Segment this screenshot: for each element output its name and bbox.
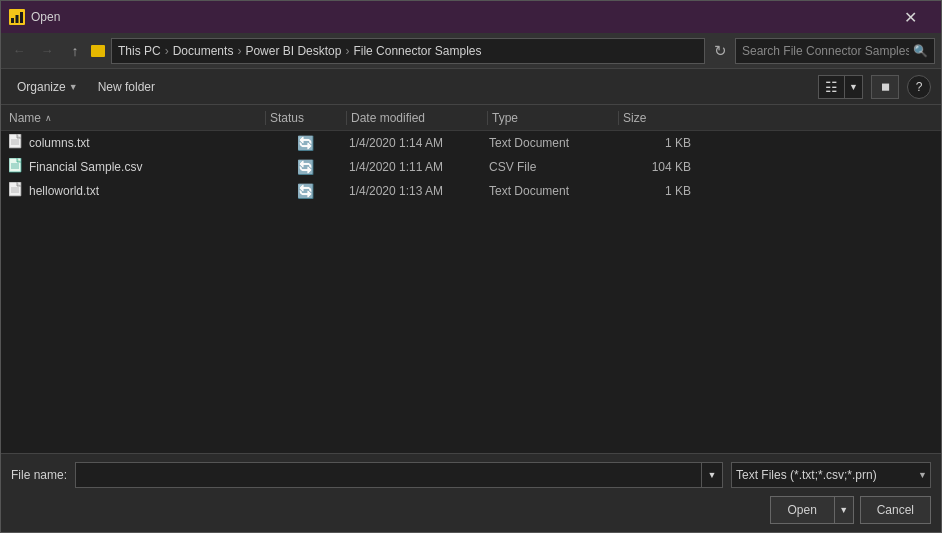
- col-header-size[interactable]: Size: [619, 105, 699, 130]
- sort-arrow-name: ∧: [45, 113, 52, 123]
- file-list-area: Name ∧ Status Date modified Type Size: [1, 105, 941, 453]
- filename-input[interactable]: [75, 462, 701, 488]
- preview-buttons: ◼: [871, 75, 899, 99]
- file-rows: columns.txt🔄1/4/2020 1:14 AMText Documen…: [1, 131, 941, 453]
- file-cell-name: helloworld.txt: [5, 182, 265, 201]
- file-cell-name: columns.txt: [5, 134, 265, 153]
- sep1: ›: [165, 44, 169, 58]
- organize-button[interactable]: Organize ▼: [11, 77, 84, 97]
- organize-label: Organize: [17, 80, 66, 94]
- breadcrumb-samples: File Connector Samples: [353, 44, 481, 58]
- file-cell-size: 1 KB: [615, 136, 695, 150]
- bottom-bar: File name: ▼ Text Files (*.txt;*.csv;*.p…: [1, 453, 941, 532]
- dialog-title: Open: [31, 10, 887, 24]
- sync-icon: 🔄: [297, 183, 314, 199]
- filename-row: File name: ▼ Text Files (*.txt;*.csv;*.p…: [11, 462, 931, 488]
- search-icon: 🔍: [913, 44, 928, 58]
- file-row[interactable]: Financial Sample.csv🔄1/4/2020 1:11 AMCSV…: [1, 155, 941, 179]
- view-split-button: ☷ ▼: [818, 75, 863, 99]
- open-button[interactable]: Open: [770, 496, 834, 524]
- column-headers: Name ∧ Status Date modified Type Size: [1, 105, 941, 131]
- open-dialog: Open ✕ ← → ↑ This PC › Documents › Power…: [0, 0, 942, 533]
- breadcrumb-bar[interactable]: This PC › Documents › Power BI Desktop ›…: [111, 38, 705, 64]
- file-cell-type: Text Document: [485, 184, 615, 198]
- file-name-text: columns.txt: [29, 136, 90, 150]
- file-cell-size: 1 KB: [615, 184, 695, 198]
- svg-rect-8: [9, 158, 21, 172]
- filename-input-group: ▼: [75, 462, 723, 488]
- sync-icon: 🔄: [297, 159, 314, 175]
- refresh-button[interactable]: ↻: [709, 40, 731, 62]
- file-name-text: helloworld.txt: [29, 184, 99, 198]
- file-cell-status: 🔄: [265, 183, 345, 199]
- col-header-status[interactable]: Status: [266, 105, 346, 130]
- view-icon[interactable]: ☷: [819, 76, 845, 98]
- filename-label: File name:: [11, 468, 67, 482]
- file-cell-date: 1/4/2020 1:14 AM: [345, 136, 485, 150]
- title-bar: Open ✕: [1, 1, 941, 33]
- svg-rect-12: [9, 182, 21, 196]
- col-header-date[interactable]: Date modified: [347, 105, 487, 130]
- svg-rect-2: [16, 15, 19, 23]
- back-button[interactable]: ←: [7, 39, 31, 63]
- svg-rect-3: [20, 12, 23, 23]
- breadcrumb-powerbi: Power BI Desktop: [245, 44, 341, 58]
- svg-rect-4: [9, 134, 21, 148]
- file-cell-status: 🔄: [265, 135, 345, 151]
- filename-dropdown-button[interactable]: ▼: [701, 462, 723, 488]
- search-input[interactable]: [742, 44, 909, 58]
- app-icon: [9, 9, 25, 25]
- forward-button[interactable]: →: [35, 39, 59, 63]
- preview-pane-button[interactable]: ◼: [871, 75, 899, 99]
- svg-rect-1: [11, 18, 14, 23]
- file-row[interactable]: columns.txt🔄1/4/2020 1:14 AMText Documen…: [1, 131, 941, 155]
- close-button[interactable]: ✕: [887, 1, 933, 33]
- col-header-name[interactable]: Name ∧: [5, 105, 265, 130]
- file-cell-status: 🔄: [265, 159, 345, 175]
- cancel-button[interactable]: Cancel: [860, 496, 931, 524]
- csv-icon: [9, 158, 23, 177]
- file-row[interactable]: helloworld.txt🔄1/4/2020 1:13 AMText Docu…: [1, 179, 941, 203]
- title-bar-controls: ✕: [887, 1, 933, 33]
- address-bar: ← → ↑ This PC › Documents › Power BI Des…: [1, 33, 941, 69]
- breadcrumb-thispc: This PC: [118, 44, 161, 58]
- filetype-wrapper: Text Files (*.txt;*.csv;*.prn) All Files…: [731, 462, 931, 488]
- action-row: Open ▼ Cancel: [11, 496, 931, 524]
- search-box: 🔍: [735, 38, 935, 64]
- file-cell-date: 1/4/2020 1:11 AM: [345, 160, 485, 174]
- file-cell-size: 104 KB: [615, 160, 695, 174]
- sep2: ›: [237, 44, 241, 58]
- txt-icon: [9, 134, 23, 153]
- open-dropdown-button[interactable]: ▼: [834, 496, 854, 524]
- view-dropdown-arrow[interactable]: ▼: [845, 76, 862, 98]
- up-button[interactable]: ↑: [63, 39, 87, 63]
- open-button-group: Open ▼: [770, 496, 854, 524]
- sync-icon: 🔄: [297, 135, 314, 151]
- txt-icon: [9, 182, 23, 201]
- file-cell-date: 1/4/2020 1:13 AM: [345, 184, 485, 198]
- organize-chevron: ▼: [69, 82, 78, 92]
- new-folder-button[interactable]: New folder: [92, 77, 161, 97]
- toolbar: Organize ▼ New folder ☷ ▼ ◼ ?: [1, 69, 941, 105]
- help-button[interactable]: ?: [907, 75, 931, 99]
- file-name-text: Financial Sample.csv: [29, 160, 142, 174]
- sep3: ›: [345, 44, 349, 58]
- file-cell-type: CSV File: [485, 160, 615, 174]
- file-cell-type: Text Document: [485, 136, 615, 150]
- breadcrumb-documents: Documents: [173, 44, 234, 58]
- col-header-type[interactable]: Type: [488, 105, 618, 130]
- file-list: Name ∧ Status Date modified Type Size: [1, 105, 941, 453]
- filetype-select[interactable]: Text Files (*.txt;*.csv;*.prn) All Files…: [731, 462, 931, 488]
- file-cell-name: Financial Sample.csv: [5, 158, 265, 177]
- breadcrumb-folder-icon: [91, 45, 105, 57]
- new-folder-label: New folder: [98, 80, 155, 94]
